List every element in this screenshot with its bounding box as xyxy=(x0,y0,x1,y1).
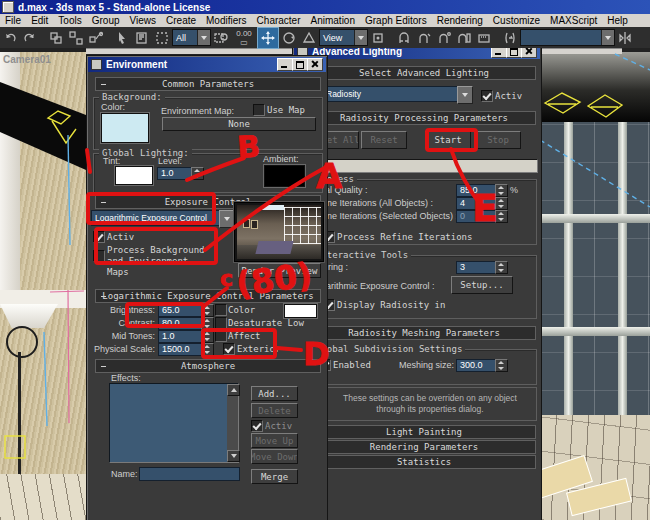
advanced-lighting-active-checkbox[interactable] xyxy=(481,90,493,102)
select-and-link-icon[interactable] xyxy=(46,28,66,48)
named-selection-dropdown[interactable] xyxy=(520,29,615,46)
level-field[interactable]: 1.0 xyxy=(157,167,193,180)
stop-button[interactable]: Stop xyxy=(475,131,521,149)
spinner-snap-icon[interactable] xyxy=(454,28,474,48)
move-up-button[interactable]: Move Up xyxy=(251,433,298,448)
effects-scrollbar[interactable] xyxy=(227,384,238,462)
affect-indirect-checkbox[interactable] xyxy=(215,330,227,342)
effects-list[interactable] xyxy=(109,383,239,463)
tint-swatch[interactable] xyxy=(115,166,153,185)
process-background-checkbox[interactable] xyxy=(93,250,105,262)
physical-scale-spinner[interactable] xyxy=(201,343,214,356)
exposure-control-dropdown[interactable]: Logarithmic Exposure Control xyxy=(91,210,222,226)
desaturate-low-checkbox[interactable] xyxy=(215,317,227,329)
start-button[interactable]: Start xyxy=(425,131,471,149)
maximize-button[interactable] xyxy=(292,58,308,71)
viewport-left[interactable]: Camera01 xyxy=(0,52,86,520)
keyboard-shortcut-toggle-icon[interactable] xyxy=(500,28,520,48)
initial-quality-spinner[interactable] xyxy=(495,184,508,197)
merge-button[interactable]: Merge xyxy=(251,469,298,484)
rotate-tool-icon[interactable] xyxy=(279,28,299,48)
log-exposure-params-rollout[interactable]: Logarithmic Exposure Control Parameters xyxy=(95,289,321,303)
refine-all-field[interactable]: 4 xyxy=(456,197,497,210)
menu-edit[interactable]: Edit xyxy=(26,14,53,27)
add-effect-button[interactable]: Add... xyxy=(251,386,298,401)
effect-active-checkbox[interactable] xyxy=(251,420,263,432)
reset-button[interactable]: Reset xyxy=(361,131,407,149)
color-correction-swatch[interactable] xyxy=(284,304,317,318)
refine-all-spinner[interactable] xyxy=(495,197,508,210)
menu-tools[interactable]: Tools xyxy=(53,14,86,27)
menu-help[interactable]: Help xyxy=(602,14,633,27)
menu-animation[interactable]: Animation xyxy=(306,14,360,27)
menu-views[interactable]: Views xyxy=(125,14,162,27)
scroll-up-icon[interactable] xyxy=(227,384,240,396)
snap-toggle-3d-icon[interactable] xyxy=(394,28,414,48)
select-advanced-lighting-rollout[interactable]: Select Advanced Lighting xyxy=(312,66,536,80)
radiosity-processing-rollout[interactable]: Radiosity Processing Parameters xyxy=(312,111,536,125)
unlink-icon[interactable] xyxy=(66,28,86,48)
rect-selection-region-icon[interactable] xyxy=(152,28,172,48)
meshing-size-field[interactable]: 300.0 xyxy=(456,359,497,372)
meshing-size-spinner[interactable] xyxy=(495,359,508,372)
select-object-icon[interactable] xyxy=(112,28,132,48)
plugin-dropdown-arrow[interactable] xyxy=(457,86,473,104)
physical-scale-field[interactable]: 1500.0 xyxy=(158,343,203,356)
radiosity-meshing-rollout[interactable]: Radiosity Meshing Parameters xyxy=(312,326,536,340)
refine-selected-field[interactable]: 0 xyxy=(456,210,497,223)
minimize-button[interactable] xyxy=(277,58,293,71)
undo-icon[interactable] xyxy=(0,28,20,48)
named-selection-arrow[interactable] xyxy=(601,30,614,45)
light-painting-rollout[interactable]: Light Painting xyxy=(312,425,536,439)
brightness-field[interactable]: 65.0 xyxy=(158,304,203,317)
keyboard-override-icon[interactable] xyxy=(474,28,494,48)
bind-spacewarp-icon[interactable] xyxy=(86,28,106,48)
menu-create[interactable]: Create xyxy=(161,14,201,27)
menu-graph-editors[interactable]: Graph Editors xyxy=(360,14,432,27)
exposure-dropdown-arrow[interactable] xyxy=(219,210,235,228)
select-by-name-icon[interactable] xyxy=(132,28,152,48)
brightness-spinner[interactable] xyxy=(201,304,214,317)
use-map-checkbox[interactable] xyxy=(253,104,265,116)
effect-name-field[interactable] xyxy=(139,467,240,481)
snap-value[interactable]: 0.00▭ xyxy=(231,29,257,47)
angle-snap-icon[interactable] xyxy=(414,28,434,48)
app-titlebar[interactable]: d.max - 3ds max 5 - Stand-alone License xyxy=(0,0,650,14)
delete-effect-button[interactable]: Delete xyxy=(251,403,298,418)
window-crossing-icon[interactable] xyxy=(211,28,231,48)
background-color-swatch[interactable] xyxy=(101,113,149,143)
contrast-spinner[interactable] xyxy=(201,317,214,330)
viewport-right[interactable] xyxy=(540,52,650,520)
menu-modifiers[interactable]: Modifiers xyxy=(201,14,252,27)
move-tool-icon[interactable] xyxy=(257,27,279,49)
selection-filter-dropdown[interactable]: All xyxy=(172,29,211,46)
menu-character[interactable]: Character xyxy=(252,14,306,27)
exposure-active-checkbox[interactable] xyxy=(93,231,105,243)
contrast-field[interactable]: 80.0 xyxy=(158,317,203,330)
render-preview-button[interactable]: Render Preview xyxy=(238,263,321,278)
mirror-icon[interactable] xyxy=(615,28,635,48)
common-parameters-rollout[interactable]: Common Parameters xyxy=(95,77,321,91)
rendering-parameters-rollout[interactable]: Rendering Parameters xyxy=(312,440,536,454)
ambient-swatch[interactable] xyxy=(264,165,305,187)
statistics-rollout[interactable]: Statistics xyxy=(312,455,536,469)
refine-selected-spinner[interactable] xyxy=(495,210,508,223)
selection-filter-arrow[interactable] xyxy=(197,30,210,45)
menu-rendering[interactable]: Rendering xyxy=(432,14,488,27)
filtering-spinner[interactable] xyxy=(495,261,508,274)
move-down-button[interactable]: Move Down xyxy=(251,449,298,464)
close-button[interactable] xyxy=(307,58,323,71)
level-spinner[interactable] xyxy=(191,167,204,180)
color-correction-checkbox[interactable] xyxy=(215,304,227,316)
menu-customize[interactable]: Customize xyxy=(488,14,545,27)
mid-tones-spinner[interactable] xyxy=(201,330,214,343)
use-pivot-center-icon[interactable] xyxy=(368,28,388,48)
redo-icon[interactable] xyxy=(20,28,40,48)
menu-group[interactable]: Group xyxy=(87,14,125,27)
environment-map-none-button[interactable]: None xyxy=(162,117,316,131)
scroll-down-icon[interactable] xyxy=(227,450,240,462)
scale-tool-icon[interactable] xyxy=(299,28,319,48)
menu-maxscript[interactable]: MAXScript xyxy=(545,14,602,27)
filtering-field[interactable]: 3 xyxy=(456,261,497,274)
reference-coordinate-arrow[interactable] xyxy=(354,30,367,45)
